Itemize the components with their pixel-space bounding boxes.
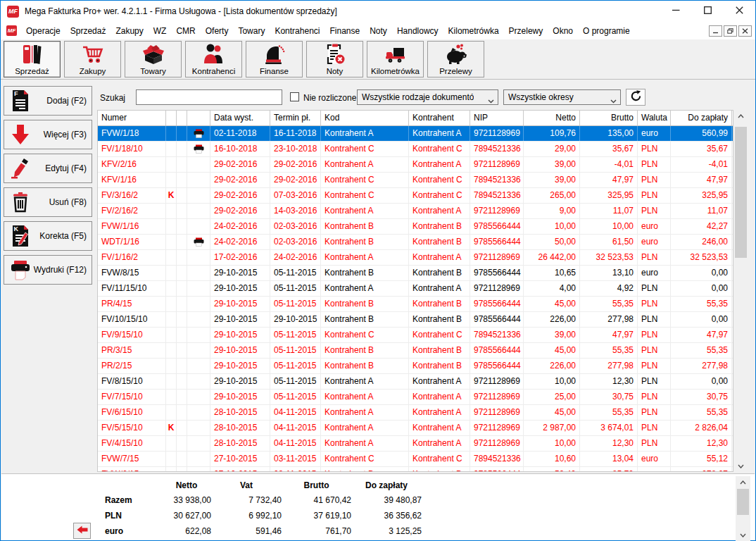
toolbar-button-sprzedaż[interactable]: Sprzedaż [4,41,61,77]
scrollbar-thumb[interactable] [737,489,749,515]
sidebar-button-usuń-f8[interactable]: Usuń (F8) [4,187,92,217]
toolbar-button-towary[interactable]: Towary [125,41,182,77]
menu-item-okno[interactable]: Okno [548,22,578,39]
sidebar-button-dodaj-f2[interactable]: FDodaj (F2) [4,86,92,116]
table-row-fv-4-15-10[interactable]: FV/4/15/1028-10-201504-11-2015Kontrahent… [98,436,733,452]
table-row-pr-2-15[interactable]: PR/2/1529-10-201505-11-2015Kontrahent BK… [98,359,733,374]
sidebar-button-korekta-f5[interactable]: KKorekta (F5) [4,221,92,251]
column-header-flag[interactable] [177,111,187,125]
menu-item-sprzedaż[interactable]: Sprzedaż [65,22,111,39]
column-header-kod[interactable]: Kod [321,111,409,125]
maximize-button[interactable] [692,1,724,22]
column-header-waluta[interactable]: Waluta [638,111,671,125]
menu-item-wz[interactable]: WZ [149,22,172,39]
cell-numer: FV/1/16/2 [98,250,166,265]
table-row-fv-11-15-10[interactable]: FV/11/15/1029-10-201505-11-2015Kontrahen… [98,281,733,297]
column-header-printed[interactable] [187,111,210,125]
period-select[interactable]: Wszystkie okresy [503,89,621,105]
mdi-close-button[interactable] [738,25,752,37]
table-scrollbar[interactable] [733,110,748,472]
menu-item-oferty[interactable]: Oferty [201,22,234,39]
cell-do_zaplaty: 246,00 [671,235,732,249]
cell-korekta_flag [166,467,177,472]
scrollbar-thumb[interactable] [735,127,747,258]
table-row-fvw-1-18[interactable]: FVW/1/1802-11-201816-11-2018Kontrahent A… [98,126,733,142]
toolbar-button-noty[interactable]: Noty [306,41,363,77]
table-row-kfv-1-16[interactable]: KFV/1/1629-02-201629-02-2016Kontrahent C… [98,173,733,188]
scroll-down-icon[interactable] [736,529,750,541]
table-row-fv-9-15-10[interactable]: FV/9/15/1029-10-201505-11-2015Kontrahent… [98,328,733,343]
menu-item-finanse[interactable]: Finanse [325,22,365,39]
column-header-do_zaplaty[interactable]: Do zapłaty [671,111,732,125]
mdi-app-icon[interactable]: MF [6,25,17,36]
table-row-fv-8-15-10[interactable]: FV/8/15/1029-10-201505-11-2015Kontrahent… [98,374,733,390]
cell-data_wystawienia: 29-10-2015 [210,297,270,311]
column-header-numer[interactable]: Numer [98,111,166,125]
summary-scrollbar[interactable] [736,476,750,541]
refresh-button[interactable] [626,89,645,106]
search-input[interactable] [136,89,282,105]
column-header-netto[interactable]: Netto [524,111,580,125]
menu-item-cmr[interactable]: CMR [171,22,200,39]
table-row-pr-3-15[interactable]: PR/3/1529-10-201505-11-2015Kontrahent BK… [98,343,733,359]
table-row-fvw-1-16[interactable]: FVW/1/1624-02-201602-03-2016Kontrahent B… [98,219,733,235]
column-header-termin_platnosci[interactable]: Termin pł. [270,111,321,125]
summary-back-button[interactable] [73,523,91,539]
document-type-select[interactable]: Wszystkie rodzaje dokumentó [357,89,498,105]
column-header-kontrahent[interactable]: Kontrahent [409,111,470,125]
table-row-fv-5-15-10[interactable]: FV/5/15/10K28-10-201504-11-2015Kontrahen… [98,421,733,436]
menu-item-operacje[interactable]: Operacje [21,22,65,39]
column-header-data_wystawienia[interactable]: Data wyst. [210,111,270,125]
summary-do_zaplaty: 3 125,25 [351,524,422,538]
mdi-minimize-button[interactable] [709,25,722,37]
cell-termin_platnosci: 05-11-2015 [270,266,321,280]
column-header-nip[interactable]: NIP [470,111,524,125]
menu-item-towary[interactable]: Towary [233,22,270,39]
close-button[interactable] [724,1,755,22]
toolbar-button-przelewy[interactable]: Przelewy [427,41,484,77]
sidebar-button-więcej-f3[interactable]: Więcej (F3) [4,120,92,149]
summary-row-razem: Razem33 938,007 732,4041 670,4239 480,87 [105,493,422,507]
menu-item-handlowcy[interactable]: Handlowcy [392,22,443,39]
printer-icon [8,259,33,280]
menu-item-noty[interactable]: Noty [365,22,392,39]
cell-kod: Kontrahent B [321,297,409,311]
menu-item-przelewy[interactable]: Przelewy [504,22,548,39]
table-row-fv-3-16-2[interactable]: FV/3/16/2K29-02-201607-03-2016Kontrahent… [98,188,733,204]
cell-termin_platnosci: 05-11-2015 [270,343,321,358]
table-row-fvw-8-15[interactable]: FVW/8/1529-10-201505-11-2015Kontrahent B… [98,266,733,281]
toolbar-button-zakupy[interactable]: Zakupy [64,41,121,77]
table-row-fv-10-15-10[interactable]: FV/10/15/1029-10-201529-10-2015Kontrahen… [98,312,733,328]
column-header-brutto[interactable]: Brutto [580,111,638,125]
table-row-kfv-2-16[interactable]: KFV/2/1629-02-201629-02-2016Kontrahent A… [98,157,733,173]
unsettled-checkbox[interactable] [290,92,299,101]
table-row-fvw-6-15[interactable]: FVW/6/1527-10-201503-11-2015Kontrahent B… [98,467,733,472]
cell-nip: 9785566444 [470,235,524,249]
mdi-restore-button[interactable] [724,25,737,37]
menu-item-kontrahenci[interactable]: Kontrahenci [270,22,325,39]
cell-numer: FVW/1/18 [98,126,166,141]
scroll-down-icon[interactable] [733,460,748,472]
cell-do_zaplaty: 42,27 [671,219,732,234]
minimize-button[interactable] [660,1,692,22]
cell-termin_platnosci: 05-11-2015 [270,281,321,296]
table-row-pr-4-15[interactable]: PR/4/1529-10-201505-11-2015Kontrahent BK… [98,297,733,312]
menu-item-o-programie[interactable]: O programie [578,22,635,39]
table-row-wdt-1-16[interactable]: WDT/1/1624-02-201602-03-2016Kontrahent B… [98,235,733,250]
table-row-fv-7-15-10[interactable]: FV/7/15/1029-10-201505-11-2015Kontrahent… [98,390,733,405]
sidebar-button-wydruki-f12[interactable]: Wydruki (F12) [4,255,92,285]
menu-item-kilometrówka[interactable]: Kilometrówka [443,22,504,39]
scroll-up-icon[interactable] [733,110,748,122]
table-row-fv-6-15-10[interactable]: FV/6/15/1028-10-201504-11-2015Kontrahent… [98,405,733,421]
toolbar-button-finanse[interactable]: Finanse [246,41,303,77]
sidebar-button-edytuj-f4[interactable]: Edytuj (F4) [4,154,92,183]
toolbar-button-kilometrówka[interactable]: Kilometrówka [367,41,424,77]
toolbar-button-kontrahenci[interactable]: Kontrahenci [185,41,242,77]
table-row-fv-1-18-10[interactable]: FV/1/18/1016-10-201823-10-2018Kontrahent… [98,142,733,157]
table-row-fvw-7-15[interactable]: FVW/7/1527-10-201503-11-2015Kontrahent C… [98,452,733,467]
column-header-korekta_flag[interactable] [166,111,177,125]
scroll-up-icon[interactable] [736,476,750,488]
table-row-fv-1-16-2[interactable]: FV/1/16/217-02-201624-02-2016Kontrahent … [98,250,733,266]
menu-item-zakupy[interactable]: Zakupy [111,22,148,39]
table-row-fv-2-16-2[interactable]: FV/2/16/229-02-201614-03-2016Kontrahent … [98,204,733,219]
